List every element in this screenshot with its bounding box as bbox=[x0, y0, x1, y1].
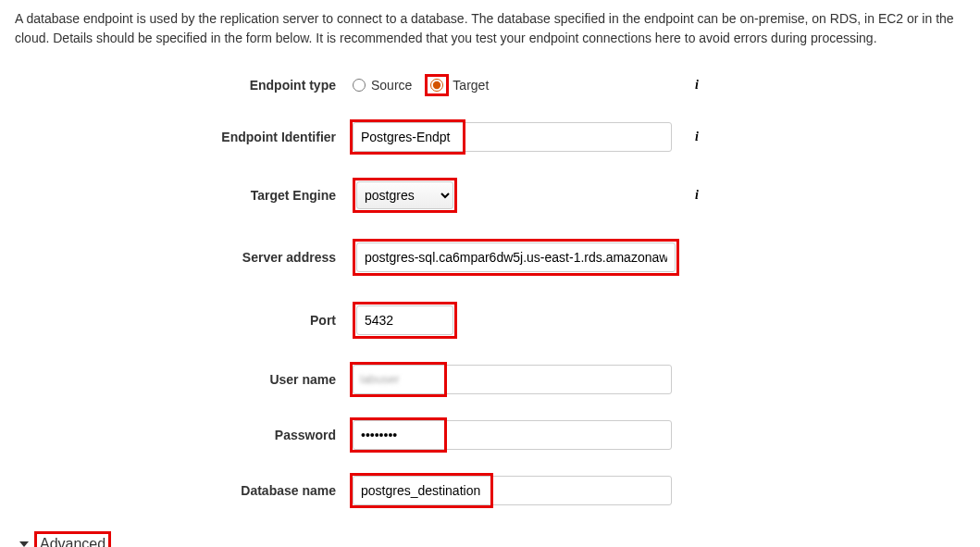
description-text: A database endpoint is used by the repli… bbox=[15, 9, 965, 48]
server-address-input[interactable] bbox=[356, 242, 676, 272]
endpoint-type-radio-group: Source Target bbox=[353, 74, 498, 96]
highlight-target-engine: postgres bbox=[353, 178, 457, 213]
blurred-username: labuser bbox=[360, 372, 400, 386]
label-endpoint-type: Endpoint type bbox=[15, 78, 353, 93]
info-icon[interactable]: i bbox=[695, 188, 699, 203]
row-endpoint-identifier: Endpoint Identifier i bbox=[15, 122, 965, 152]
password-input[interactable] bbox=[353, 420, 672, 450]
row-user-name: User name labuser bbox=[15, 365, 965, 394]
label-password: Password bbox=[15, 428, 353, 442]
row-password: Password bbox=[15, 420, 965, 450]
database-name-input[interactable] bbox=[353, 476, 672, 505]
port-input[interactable] bbox=[356, 305, 453, 335]
advanced-section-header[interactable]: Advanced bbox=[15, 531, 965, 547]
radio-item-source[interactable]: Source bbox=[353, 78, 421, 93]
label-user-name: User name bbox=[15, 372, 353, 387]
advanced-title: Advanced bbox=[40, 536, 105, 547]
info-icon[interactable]: i bbox=[695, 78, 699, 93]
user-name-input[interactable] bbox=[353, 365, 672, 394]
database-name-wrap bbox=[353, 476, 672, 505]
row-endpoint-type: Endpoint type Source Target i bbox=[15, 74, 965, 96]
endpoint-identifier-wrap bbox=[353, 122, 672, 152]
radio-source[interactable] bbox=[353, 79, 366, 92]
endpoint-identifier-input[interactable] bbox=[353, 122, 672, 152]
label-target-engine: Target Engine bbox=[15, 188, 353, 203]
label-endpoint-identifier: Endpoint Identifier bbox=[15, 130, 353, 144]
radio-target[interactable] bbox=[430, 79, 443, 92]
radio-target-label: Target bbox=[453, 78, 489, 93]
password-wrap bbox=[353, 420, 672, 450]
info-icon[interactable]: i bbox=[695, 130, 699, 144]
target-engine-select[interactable]: postgres bbox=[356, 181, 453, 209]
caret-down-icon bbox=[19, 541, 29, 547]
highlight-target-radio bbox=[425, 74, 449, 96]
row-database-name: Database name bbox=[15, 476, 965, 505]
label-server-address: Server address bbox=[15, 250, 353, 265]
highlight-advanced: Advanced bbox=[34, 531, 111, 547]
target-engine-wrap: postgres bbox=[353, 178, 457, 213]
row-port: Port bbox=[15, 302, 965, 339]
port-wrap bbox=[353, 302, 457, 339]
row-server-address: Server address bbox=[15, 239, 965, 276]
user-name-wrap: labuser bbox=[353, 365, 672, 394]
server-address-wrap bbox=[353, 239, 679, 276]
radio-source-label: Source bbox=[371, 78, 412, 93]
highlight-port bbox=[353, 302, 457, 339]
label-port: Port bbox=[15, 313, 353, 328]
highlight-server-address bbox=[353, 239, 679, 276]
label-database-name: Database name bbox=[15, 483, 353, 498]
row-target-engine: Target Engine postgres i bbox=[15, 178, 965, 213]
